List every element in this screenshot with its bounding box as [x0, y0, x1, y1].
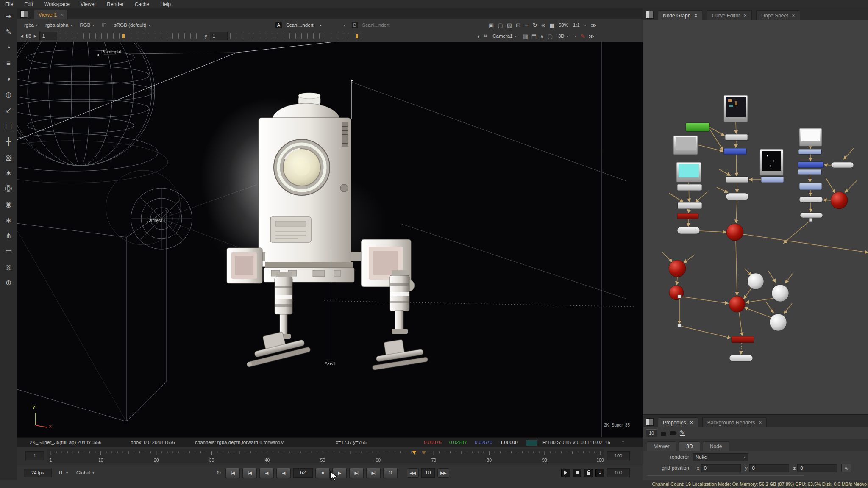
menu-render[interactable]: Render — [107, 1, 123, 7]
input-b-badge[interactable]: B — [352, 22, 358, 28]
grid-icon[interactable]: ⌗ — [484, 33, 486, 39]
viewer-3d-viewport[interactable]: PointLight Camera3 Axis1 2K_Super_35 Y x — [17, 42, 643, 437]
chevron-down-icon[interactable]: ▾ — [575, 34, 576, 38]
animation-curve-icon[interactable]: ∿ — [841, 464, 851, 472]
close-icon[interactable]: × — [759, 420, 762, 426]
tab-background-renders[interactable]: Background Renders× — [702, 417, 767, 427]
chevron-down-icon[interactable]: ▾ — [584, 23, 586, 27]
tab-viewer1[interactable]: Viewer1 × — [34, 10, 68, 19]
3d-icon[interactable]: ▧ — [0, 150, 17, 165]
transport-fwd-button-2[interactable]: ▶| — [349, 468, 364, 478]
range-start-input[interactable]: 1 — [25, 451, 44, 460]
node-pill[interactable] — [831, 162, 854, 168]
node-red-sphere[interactable] — [669, 286, 684, 300]
fps-input[interactable]: 24 fps — [24, 469, 52, 477]
transform-icon[interactable]: ╋ — [0, 134, 17, 150]
marquee-icon[interactable]: ▢ — [548, 33, 552, 39]
connection-elbow[interactable] — [678, 324, 681, 327]
save-range-icon[interactable]: ↧ — [595, 469, 604, 477]
node-blue-bar[interactable] — [724, 148, 746, 155]
pause-icon[interactable]: ▮▮ — [550, 22, 554, 28]
frame-increment-input[interactable]: 10 — [421, 468, 435, 478]
refresh-icon[interactable]: ↻ — [533, 22, 537, 28]
menu-viewer[interactable]: Viewer — [81, 1, 96, 7]
tab-dope-sheet[interactable]: Dope Sheet× — [756, 10, 800, 20]
node-darkred-bar[interactable] — [677, 213, 698, 219]
collapse-toolbar-icon[interactable]: ≫ — [591, 22, 596, 28]
node-gray-thumbnail[interactable] — [673, 136, 698, 155]
fstop-next-button[interactable]: ▶ — [34, 34, 37, 38]
channel-icon[interactable]: ≡ — [0, 55, 17, 71]
tab-node-graph[interactable]: Node Graph× — [658, 10, 702, 20]
camera-shake-icon[interactable] — [670, 431, 676, 435]
node-darkred-bar[interactable] — [732, 336, 754, 343]
transport-back-button-1[interactable]: |◀ — [242, 468, 257, 478]
keyer-icon[interactable]: ↙ — [0, 103, 17, 118]
close-icon[interactable]: × — [694, 13, 697, 19]
headlamp-icon[interactable]: ◐ — [477, 33, 480, 39]
transport-back-button-2[interactable]: ◀ — [259, 468, 274, 478]
gain-slider[interactable] — [60, 33, 200, 39]
close-icon[interactable]: × — [792, 13, 795, 19]
zoom-level-dropdown[interactable]: 50% — [559, 22, 568, 28]
frame-ruler[interactable]: 1102030405060708090100 — [47, 449, 604, 463]
deep-icon[interactable]: Ⓓ — [0, 181, 17, 197]
tab-curve-editor[interactable]: Curve Editor× — [707, 10, 752, 20]
pixel-aspect-label[interactable]: 1:1 — [573, 22, 580, 28]
frame-ruler-svg[interactable]: 1102030405060708090100 — [47, 449, 604, 463]
fstop-label[interactable]: f/8 — [26, 33, 31, 39]
update-icon[interactable]: ⊛ — [541, 22, 545, 28]
node-graph-canvas[interactable] — [643, 20, 868, 414]
view-mode-dropdown[interactable]: 3D▾ — [556, 33, 570, 39]
checker-icon[interactable]: ▨ — [507, 22, 511, 28]
transport-fwd-button-0[interactable]: ■ — [315, 468, 330, 478]
current-frame-display[interactable]: 62 — [293, 468, 313, 478]
panel-layout-icon[interactable] — [20, 10, 28, 18]
node-green-bar[interactable] — [686, 123, 709, 131]
annotate-icon[interactable]: ✎ — [581, 33, 584, 39]
node-lightblue-bar[interactable] — [761, 177, 784, 183]
properties-stack-count[interactable]: 10 — [646, 429, 657, 437]
menu-cache[interactable]: Cache — [135, 1, 150, 7]
close-icon[interactable]: × — [690, 420, 693, 426]
multiview-icon[interactable]: ▤ — [531, 33, 536, 39]
gain-slider-handle[interactable] — [122, 34, 125, 38]
connection-elbow[interactable] — [678, 295, 681, 298]
node-pill[interactable] — [677, 227, 700, 234]
node-lightblue-bar[interactable] — [798, 169, 821, 175]
metadata-icon[interactable]: ◈ — [0, 212, 17, 228]
node-white-sphere[interactable] — [772, 285, 789, 302]
node-pill[interactable] — [800, 213, 823, 218]
lock-range-icon[interactable] — [584, 469, 593, 477]
node-black-thumbnail[interactable] — [760, 149, 783, 175]
node-gray-bar[interactable] — [726, 177, 748, 183]
node-red-sphere[interactable] — [726, 224, 743, 241]
node-gray-bar[interactable] — [725, 134, 748, 140]
other-icon[interactable]: ▭ — [0, 244, 17, 259]
panel-layout-icon[interactable] — [646, 418, 654, 426]
input-b-node[interactable]: Scanl...ndert — [362, 22, 390, 28]
gamma-input[interactable]: 1 — [210, 32, 228, 40]
grid-z-input[interactable]: 0 — [797, 464, 837, 472]
image-icon[interactable]: ⇥ — [0, 8, 17, 24]
particles-icon[interactable]: ∗ — [0, 165, 17, 181]
node-gray-bar[interactable] — [677, 184, 702, 191]
subtab-node[interactable]: Node — [703, 441, 729, 451]
node-lightblue-bar[interactable] — [798, 149, 821, 154]
views-icon[interactable]: ◉ — [0, 197, 17, 212]
frame-range-dropdown[interactable]: Global▾ — [74, 469, 96, 476]
chevron-down-icon[interactable]: ▼ — [621, 440, 625, 444]
gain-input[interactable]: 1 — [39, 32, 57, 40]
step-back-button[interactable]: ◀◀ — [407, 468, 419, 478]
edit-icon[interactable]: ✎ — [680, 430, 685, 436]
transport-fwd-button-3[interactable]: ▶| — [366, 468, 381, 478]
render-icon[interactable]: ⊕ — [0, 275, 17, 291]
timeline-mode-dropdown[interactable]: TF▾ — [56, 469, 70, 476]
color-icon[interactable]: ◑ — [0, 71, 17, 87]
subtab-3d[interactable]: 3D — [679, 441, 700, 451]
node-white-thumbnail[interactable] — [799, 128, 822, 146]
node-cyan-thumbnail[interactable] — [676, 162, 701, 182]
layer-dropdown[interactable]: rgba▾ — [22, 22, 40, 28]
camera-dropdown[interactable]: Camera1▾ — [490, 33, 518, 39]
node-blue-bar[interactable] — [798, 162, 823, 168]
